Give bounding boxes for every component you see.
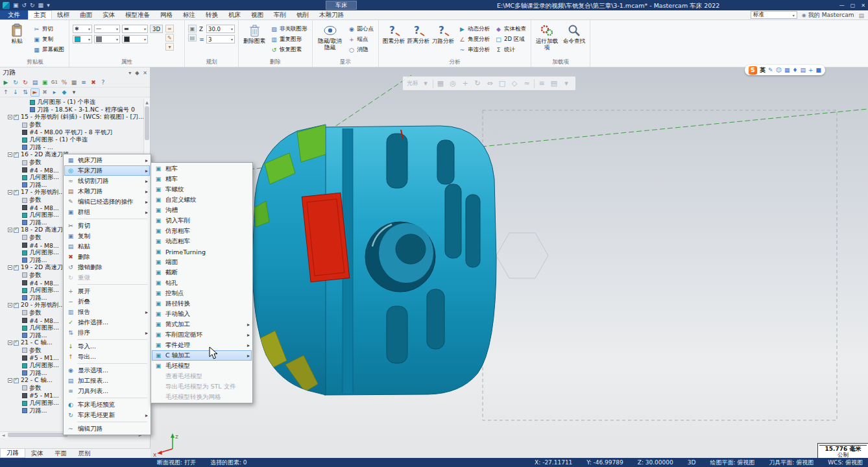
select-all-ops-icon[interactable] [1, 78, 10, 87]
menu-item[interactable]: 车削固定循环 [152, 329, 252, 340]
ribbon-tab[interactable]: 机床 [223, 10, 246, 19]
expand-toggle-icon[interactable] [8, 341, 12, 345]
expand-toggle-icon[interactable] [8, 303, 12, 307]
menu-item[interactable]: 刀具列表... [64, 386, 150, 396]
ribbon-small-button[interactable]: 圆心点 [347, 25, 376, 34]
ribbon-small-button[interactable]: 串连分析 [457, 45, 491, 54]
line-width-combo[interactable] [122, 25, 148, 33]
customize-quick-access-icon[interactable] [47, 3, 50, 8]
toolpath-tree-item[interactable]: 几何图形 - (1) 个串连 [0, 136, 143, 144]
menu-item[interactable]: 复制 [64, 231, 150, 241]
menu-item[interactable]: 截断 [152, 267, 252, 278]
menu-item[interactable]: 编辑刀路 [64, 424, 150, 434]
axis-gnomon[interactable]: z x [153, 433, 178, 458]
ribbon-style-combo[interactable]: 标准 [751, 11, 797, 19]
menu-item[interactable]: 铣床刀路 [64, 155, 150, 165]
menu-item[interactable]: 删除 [64, 252, 150, 262]
ribbon-small-button[interactable]: 统计 [494, 45, 527, 54]
solid-color-combo[interactable] [122, 35, 148, 43]
menu-item[interactable]: 木雕刀路 [64, 186, 150, 197]
midpoint-snap-icon[interactable] [509, 79, 520, 88]
ribbon-tab[interactable]: 标注 [178, 10, 200, 19]
ribbon-small-button[interactable]: 2D 区域 [494, 35, 527, 44]
expand-toggle-icon[interactable] [8, 228, 12, 232]
save-icon[interactable] [13, 3, 19, 8]
expand-toggle-icon[interactable] [8, 265, 12, 270]
delete-entities-button[interactable]: 删除图素 [242, 22, 267, 58]
spline-snap-icon[interactable] [522, 79, 532, 88]
manager-panel-tab[interactable]: 层别 [73, 449, 97, 458]
level-combo[interactable]: 3 [206, 35, 235, 43]
highfeed-icon[interactable] [60, 78, 69, 87]
single-op-display-icon[interactable] [50, 88, 59, 97]
section-view-status[interactable]: 断面视图: 打开 [157, 459, 196, 467]
keyboard-icon[interactable] [784, 67, 790, 73]
table-icon[interactable] [549, 79, 559, 88]
menu-item[interactable]: 端面 [152, 257, 252, 267]
ribbon-small-button[interactable]: 动态分析 [457, 25, 491, 34]
ribbon-small-button[interactable]: 非关联图形 [269, 25, 309, 34]
toolpath-tree-item[interactable]: 15 - 外形铣削 (斜插) - [WCS: 前视图] - [刀... [0, 114, 143, 121]
manager-panel-tab[interactable]: 实体 [25, 449, 49, 458]
trash-icon[interactable] [40, 88, 49, 97]
expand-toggle-icon[interactable] [8, 152, 12, 157]
ribbon-small-button[interactable]: 剪切 [32, 25, 66, 34]
machine-group-tab[interactable]: 车床 [326, 1, 357, 10]
screenshot-icon[interactable] [38, 3, 44, 8]
command-finder-button[interactable]: 命令查找 [562, 22, 586, 58]
paste-button[interactable]: 粘贴 [5, 22, 29, 58]
menu-item[interactable]: 排序 [64, 328, 150, 338]
menu-item[interactable]: 操作选择... [64, 317, 150, 328]
menu-item[interactable]: 车床毛坯更新 [64, 410, 150, 420]
menu-item[interactable]: C 轴加工 [152, 350, 252, 361]
more-options-icon[interactable] [561, 79, 572, 88]
move-insert-down-icon[interactable] [11, 88, 20, 97]
ribbon-small-button[interactable]: 恢复图素 [269, 45, 309, 54]
tab-file[interactable]: 文件 [0, 10, 28, 19]
emoji-icon[interactable] [776, 67, 782, 73]
hide-unhide-button[interactable]: 隐藏/取消隐藏 [316, 22, 344, 58]
panel-pin-icon[interactable] [135, 70, 139, 76]
wireframe-color-combo[interactable] [73, 35, 92, 43]
selection-mode-label[interactable]: 光标 [407, 79, 418, 88]
expand-toggle-icon[interactable] [8, 115, 12, 119]
expand-toggle-icon[interactable] [8, 378, 12, 383]
part-model[interactable] [252, 125, 496, 395]
toolpath-tree-item[interactable]: 刀路 - 18.5K - 3-1.NC - 程序编号 0 [0, 106, 143, 114]
cplane-status[interactable]: 绘图平面: 俯视图 [710, 459, 754, 467]
menu-item[interactable]: 查看毛坯模型 [152, 371, 252, 381]
handwriting-icon[interactable] [768, 67, 773, 73]
backplot-icon[interactable] [30, 78, 40, 87]
toolbox-icon[interactable] [808, 67, 814, 73]
scroll-insert-icon[interactable] [21, 88, 30, 97]
menu-item[interactable]: 加工报表... [64, 376, 150, 386]
ribbon-tab[interactable]: 车削 [269, 10, 291, 19]
menu-item[interactable]: 报告 [64, 307, 150, 317]
2d-3d-toggle[interactable]: 3D [150, 25, 163, 33]
point-snap-icon[interactable] [460, 79, 470, 88]
menu-item[interactable]: 简式加工 [152, 319, 252, 329]
menu-item[interactable]: 毛坯模型转换为网格 [152, 392, 252, 402]
ribbon-tab[interactable]: 网格 [155, 10, 178, 19]
analysis-button[interactable]: ? 图素分析 [382, 22, 405, 58]
maximize-button[interactable] [850, 3, 856, 8]
regen-dirty-ops-icon[interactable] [11, 78, 20, 87]
menu-item[interactable]: 零件处理 [152, 340, 252, 350]
ribbon-small-button[interactable]: 消隐 [347, 45, 376, 54]
toolpath-lock-icon[interactable] [69, 78, 78, 87]
manager-panel-tab[interactable]: 平面 [49, 449, 73, 458]
clipboard-icon[interactable] [801, 67, 806, 73]
undo-icon[interactable] [22, 3, 27, 8]
insert-arrow-icon[interactable] [30, 88, 40, 97]
toolpath-tree-item[interactable]: 刀路 - ... [0, 144, 143, 152]
clear-attributes-icon[interactable]: ▾ [165, 43, 174, 51]
zdepth-icon[interactable]: ▣ [188, 25, 197, 32]
ribbon-small-button[interactable]: 复制 [32, 35, 66, 44]
ribbon-tab[interactable]: 视图 [246, 10, 269, 19]
menu-item[interactable]: 导出... [64, 352, 150, 362]
menu-item[interactable]: 车床毛坯预览 [64, 400, 150, 410]
panel-close-icon[interactable] [143, 70, 147, 76]
list-icon[interactable] [536, 79, 547, 88]
toolbar-separator[interactable] [433, 79, 433, 88]
ribbon-small-button[interactable]: 实体检查 [494, 25, 527, 34]
